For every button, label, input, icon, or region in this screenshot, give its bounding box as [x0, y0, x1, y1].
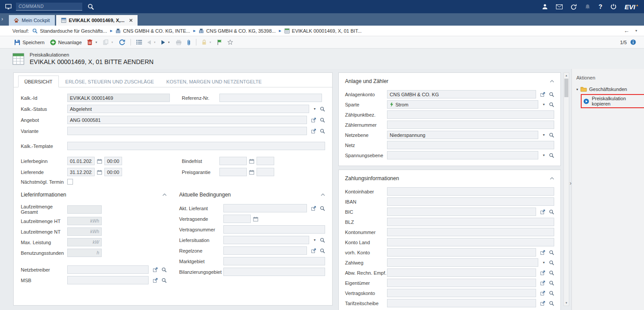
- field-input[interactable]: [257, 168, 274, 176]
- tab-evikalk[interactable]: EVIKALK 00001469, X,...: [56, 15, 138, 26]
- caret-down-icon[interactable]: ▼: [168, 41, 170, 44]
- calendar-icon[interactable]: [249, 170, 254, 175]
- field-input[interactable]: EVIKALK 00001469: [67, 94, 170, 102]
- search-icon[interactable]: [549, 102, 554, 107]
- back-arrow-icon[interactable]: ←: [624, 27, 629, 34]
- open-icon[interactable]: [540, 250, 545, 255]
- search-icon[interactable]: [88, 4, 94, 10]
- field-input[interactable]: [223, 204, 307, 212]
- field-input[interactable]: [387, 151, 538, 159]
- search-icon[interactable]: [161, 267, 167, 272]
- calendar-icon[interactable]: [97, 159, 102, 164]
- checkbox[interactable]: [67, 179, 73, 185]
- field-input[interactable]: ANG 0000581: [67, 116, 307, 124]
- action-preiskalkulation-kopieren[interactable]: Preiskalkulation kopieren: [581, 94, 644, 108]
- attachments-button[interactable]: [184, 38, 193, 47]
- mail-icon[interactable]: [556, 4, 563, 9]
- tree-folder-geschaeftskunden[interactable]: ▾ Geschäftskunden: [576, 87, 641, 92]
- field-input[interactable]: [223, 257, 325, 265]
- search-icon[interactable]: [549, 153, 554, 158]
- caret-down-icon[interactable]: ▼: [95, 41, 98, 44]
- search-icon[interactable]: [549, 280, 554, 286]
- search-icon[interactable]: [549, 301, 554, 306]
- field-input[interactable]: Strom: [387, 100, 538, 109]
- search-icon[interactable]: [320, 206, 325, 211]
- field-input[interactable]: 00:00: [104, 168, 122, 176]
- open-icon[interactable]: [540, 280, 545, 286]
- field-input[interactable]: [223, 236, 309, 244]
- field-input[interactable]: [223, 268, 325, 276]
- calendar-icon[interactable]: [97, 170, 102, 175]
- open-icon[interactable]: [540, 291, 545, 296]
- expand-left-panel-icon[interactable]: ›: [1, 16, 3, 22]
- dropdown-icon[interactable]: ▼: [542, 261, 545, 264]
- field-input[interactable]: 31.12.2022: [67, 168, 95, 176]
- collapse-icon[interactable]: [321, 193, 325, 196]
- calendar-icon[interactable]: [253, 216, 258, 222]
- field-input[interactable]: [219, 157, 247, 165]
- field-input[interactable]: [387, 187, 554, 196]
- search-icon[interactable]: [549, 132, 554, 138]
- field-input[interactable]: kWh: [67, 217, 102, 225]
- history-dropdown-icon[interactable]: ▼: [635, 29, 638, 32]
- field-input[interactable]: [387, 238, 554, 246]
- collapse-icon[interactable]: [550, 80, 554, 83]
- field-input[interactable]: [387, 228, 554, 236]
- field-input[interactable]: [257, 157, 274, 165]
- field-input[interactable]: 00:00: [104, 157, 122, 165]
- tab-mein-cockpit[interactable]: Mein Cockpit: [9, 15, 55, 26]
- field-input[interactable]: [387, 218, 554, 226]
- field-input[interactable]: kWh: [67, 227, 102, 236]
- breadcrumb-item-customer-2[interactable]: CNS GMBH & CO. KG, 35398...: [199, 28, 276, 34]
- scrollbar-thumb[interactable]: [564, 79, 568, 97]
- field-input[interactable]: [387, 110, 554, 119]
- field-input[interactable]: kW: [67, 238, 102, 246]
- open-icon[interactable]: [540, 92, 545, 97]
- open-icon[interactable]: [540, 209, 545, 215]
- tab-erloese-steuern-zuschlaege[interactable]: ERLÖSE, STEUERN UND ZUSCHLÄGE: [60, 76, 160, 87]
- field-input[interactable]: [67, 265, 149, 274]
- search-icon[interactable]: [549, 291, 554, 296]
- field-input[interactable]: h: [67, 249, 102, 257]
- open-icon[interactable]: [311, 248, 316, 253]
- refresh-button[interactable]: [116, 38, 128, 47]
- search-icon[interactable]: [161, 278, 167, 283]
- dropdown-icon[interactable]: ▼: [542, 133, 545, 136]
- open-icon[interactable]: [540, 270, 545, 276]
- field-input[interactable]: [219, 168, 247, 176]
- open-icon[interactable]: [311, 206, 316, 211]
- search-icon[interactable]: [320, 106, 325, 112]
- caret-down-icon[interactable]: ▼: [111, 41, 114, 44]
- user-icon[interactable]: [542, 4, 548, 10]
- scroll-down-icon[interactable]: ▼: [564, 300, 569, 306]
- caret-down-icon[interactable]: ▼: [209, 41, 212, 44]
- tab-uebersicht[interactable]: ÜBERSICHT: [18, 76, 59, 87]
- field-input[interactable]: CNS GMBH & CO. KG: [387, 90, 536, 98]
- field-input[interactable]: [67, 205, 102, 214]
- field-input[interactable]: [387, 289, 536, 297]
- collapse-icon[interactable]: [550, 177, 554, 180]
- dropdown-icon[interactable]: ▼: [542, 103, 545, 106]
- delete-button[interactable]: ▼: [84, 38, 100, 47]
- next-record-button[interactable]: ▼: [159, 39, 173, 46]
- search-icon[interactable]: [549, 270, 554, 276]
- field-input[interactable]: [387, 299, 536, 307]
- field-input[interactable]: [67, 127, 307, 135]
- field-input[interactable]: 01.01.2022: [67, 157, 95, 165]
- search-icon[interactable]: [549, 250, 554, 255]
- open-icon[interactable]: [153, 267, 158, 272]
- search-icon[interactable]: [549, 260, 554, 265]
- search-icon[interactable]: [320, 117, 325, 123]
- field-input[interactable]: [223, 215, 251, 223]
- caret-down-icon[interactable]: ▼: [153, 41, 156, 44]
- dropdown-icon[interactable]: ▼: [542, 154, 545, 157]
- field-input[interactable]: [387, 248, 536, 257]
- new-button[interactable]: Neuanlage: [47, 38, 84, 47]
- close-tab-icon[interactable]: [129, 19, 133, 22]
- notifications-icon[interactable]: [585, 4, 590, 10]
- search-icon[interactable]: [549, 92, 554, 97]
- field-input[interactable]: [387, 121, 554, 129]
- scroll-up-icon[interactable]: ▲: [564, 73, 569, 78]
- field-input[interactable]: [387, 258, 538, 267]
- field-input[interactable]: [387, 197, 554, 206]
